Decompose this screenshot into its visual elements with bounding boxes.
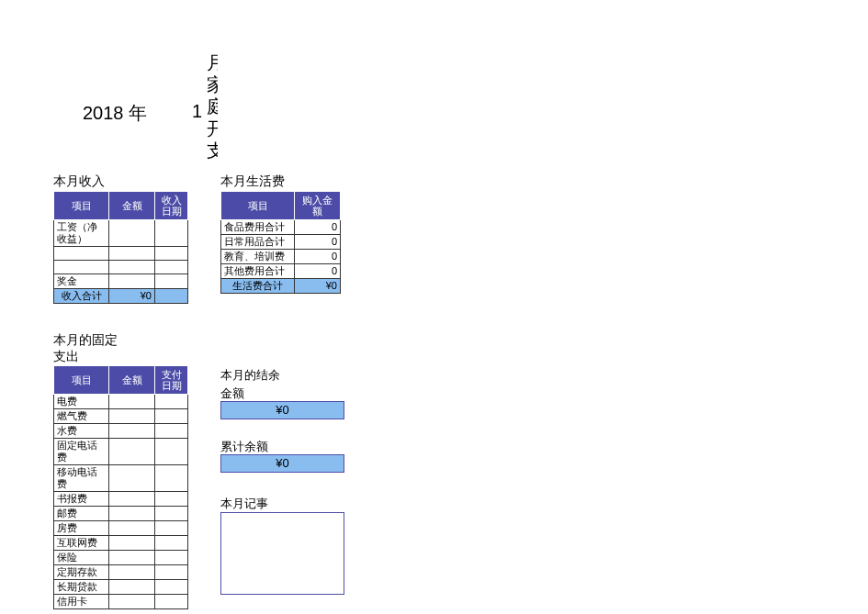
income-item[interactable]: [54, 247, 109, 261]
income-header-date: 收入日期: [155, 192, 188, 220]
fixed-date[interactable]: [155, 409, 188, 424]
living-amount[interactable]: 0: [295, 250, 341, 264]
fixed-item: 燃气费: [54, 409, 109, 424]
fixed-date[interactable]: [155, 565, 188, 580]
fixed-amount[interactable]: [109, 536, 155, 551]
living-total-value: ¥0: [295, 279, 341, 294]
balance-cumulative-value: ¥0: [220, 454, 344, 473]
fixed-amount[interactable]: [109, 492, 155, 507]
fixed-date[interactable]: [155, 595, 188, 609]
fixed-date[interactable]: [155, 507, 188, 521]
fixed-section-label-1: 本月的固定: [53, 332, 118, 349]
fixed-row: 定期存款: [54, 565, 188, 580]
fixed-row: 燃气费: [54, 409, 188, 424]
fixed-amount[interactable]: [109, 595, 155, 609]
year-value: 2018: [83, 103, 124, 123]
income-header-amount: 金额: [109, 192, 155, 220]
balance-amount-value: ¥0: [220, 401, 344, 419]
income-date[interactable]: [155, 274, 188, 289]
income-total-value: ¥0: [109, 289, 155, 304]
income-item[interactable]: 奖金: [54, 274, 109, 289]
fixed-item: 保险: [54, 551, 109, 565]
fixed-date[interactable]: [155, 465, 188, 492]
fixed-item: 邮费: [54, 507, 109, 521]
fixed-amount[interactable]: [109, 465, 155, 492]
income-header-row: 项目 金额 收入日期: [54, 192, 188, 220]
fixed-amount[interactable]: [109, 565, 155, 580]
fixed-amount[interactable]: [109, 424, 155, 439]
living-header-item: 项目: [221, 192, 295, 220]
fixed-date[interactable]: [155, 580, 188, 595]
fixed-header-date: 支付日期: [155, 366, 188, 395]
income-amount[interactable]: [109, 274, 155, 289]
income-amount[interactable]: [109, 261, 155, 274]
income-row: [54, 261, 188, 274]
income-header-item: 项目: [54, 192, 109, 220]
living-item: 其他费用合计: [221, 264, 295, 279]
fixed-date[interactable]: [155, 492, 188, 507]
fixed-date[interactable]: [155, 424, 188, 439]
income-amount[interactable]: [109, 220, 155, 247]
fixed-date[interactable]: [155, 395, 188, 409]
fixed-item: 水费: [54, 424, 109, 439]
fixed-amount[interactable]: [109, 409, 155, 424]
fixed-item: 长期贷款: [54, 580, 109, 595]
fixed-amount[interactable]: [109, 521, 155, 536]
fixed-item: 房费: [54, 521, 109, 536]
living-table: 项目 购入金额 食品费用合计0 日常用品合计0 教育、培训费0 其他费用合计0 …: [220, 191, 341, 294]
income-item[interactable]: [54, 261, 109, 274]
living-header-amount: 购入金额: [295, 192, 341, 220]
fixed-header-row: 项目 金额 支付日期: [54, 366, 188, 395]
living-row: 其他费用合计0: [221, 264, 341, 279]
income-amount[interactable]: [109, 247, 155, 261]
living-row: 食品费用合计0: [221, 220, 341, 235]
living-amount[interactable]: 0: [295, 220, 341, 235]
income-date[interactable]: [155, 247, 188, 261]
fixed-amount[interactable]: [109, 551, 155, 565]
income-row: [54, 247, 188, 261]
living-header-row: 项目 购入金额: [221, 192, 341, 220]
title-cutoff: 月家庭开支: [207, 51, 218, 162]
title-month: 1: [184, 101, 202, 122]
living-section-label: 本月生活费: [220, 173, 285, 190]
fixed-item: 信用卡: [54, 595, 109, 609]
income-total-label: 收入合计: [54, 289, 109, 304]
living-amount[interactable]: 0: [295, 264, 341, 279]
fixed-row: 固定电话费: [54, 439, 188, 465]
fixed-amount[interactable]: [109, 439, 155, 465]
memo-box[interactable]: [220, 512, 344, 595]
fixed-row: 电费: [54, 395, 188, 409]
fixed-row: 移动电话费: [54, 465, 188, 492]
fixed-date[interactable]: [155, 521, 188, 536]
income-date[interactable]: [155, 220, 188, 247]
income-date[interactable]: [155, 261, 188, 274]
living-row: 教育、培训费0: [221, 250, 341, 264]
living-item: 食品费用合计: [221, 220, 295, 235]
living-row: 日常用品合计0: [221, 235, 341, 250]
income-item[interactable]: 工资（净收益）: [54, 220, 109, 247]
fixed-row: 水费: [54, 424, 188, 439]
income-table: 项目 金额 收入日期 工资（净收益） 奖金 收入合计¥0: [53, 191, 188, 304]
fixed-row: 保险: [54, 551, 188, 565]
fixed-row: 房费: [54, 521, 188, 536]
fixed-date[interactable]: [155, 551, 188, 565]
income-row: 奖金: [54, 274, 188, 289]
title-year: 2018 年: [83, 101, 147, 126]
fixed-amount[interactable]: [109, 395, 155, 409]
fixed-row: 长期贷款: [54, 580, 188, 595]
fixed-amount[interactable]: [109, 580, 155, 595]
income-total-date: [155, 289, 188, 304]
balance-amount-label: 金额: [220, 385, 244, 402]
fixed-row: 邮费: [54, 507, 188, 521]
living-amount[interactable]: 0: [295, 235, 341, 250]
fixed-row: 信用卡: [54, 595, 188, 609]
fixed-item: 电费: [54, 395, 109, 409]
income-row: 工资（净收益）: [54, 220, 188, 247]
fixed-date[interactable]: [155, 439, 188, 465]
living-total-row: 生活费合计¥0: [221, 279, 341, 294]
fixed-amount[interactable]: [109, 507, 155, 521]
fixed-item: 互联网费: [54, 536, 109, 551]
fixed-date[interactable]: [155, 536, 188, 551]
fixed-item: 移动电话费: [54, 465, 109, 492]
living-item: 日常用品合计: [221, 235, 295, 250]
